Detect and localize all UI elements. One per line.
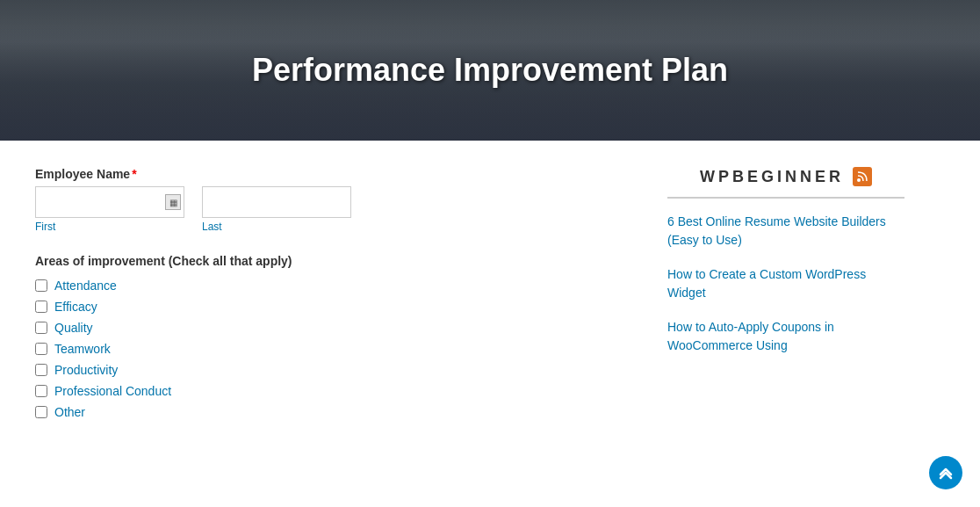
- checkbox-productivity[interactable]: [35, 364, 47, 376]
- page-title: Performance Improvement Plan: [252, 52, 728, 89]
- sidebar: WPBEGINNER 6 Best Online Resume Website …: [667, 167, 904, 426]
- checkbox-item-other: Other: [35, 405, 632, 419]
- form-area: Employee Name* ▦ First Last Areas of imp…: [35, 167, 632, 426]
- checkboxes-container: AttendanceEfficacyQualityTeamworkProduct…: [35, 279, 632, 419]
- last-name-input[interactable]: [202, 186, 351, 218]
- first-name-field: ▦ First: [35, 186, 184, 233]
- name-fields-container: ▦ First Last: [35, 186, 632, 233]
- label-text: Employee Name: [35, 167, 130, 181]
- sidebar-link-link3[interactable]: How to Auto-Apply Coupons in WooCommerce…: [667, 318, 904, 355]
- checkbox-attendance[interactable]: [35, 279, 47, 292]
- areas-label: Areas of improvement (Check all that app…: [35, 254, 632, 268]
- checkbox-teamwork[interactable]: [35, 343, 47, 355]
- hero-banner: Performance Improvement Plan: [0, 0, 980, 141]
- checkbox-other[interactable]: [35, 406, 47, 418]
- scroll-to-top-button[interactable]: [929, 456, 962, 489]
- checkbox-efficacy[interactable]: [35, 301, 47, 313]
- checkbox-quality[interactable]: [35, 322, 47, 334]
- checkbox-item-productivity: Productivity: [35, 363, 632, 377]
- first-name-sub-label: First: [35, 221, 184, 233]
- rss-icon[interactable]: [853, 167, 872, 186]
- sidebar-link-link2[interactable]: How to Create a Custom WordPress Widget: [667, 265, 904, 302]
- checkbox-label-teamwork[interactable]: Teamwork: [54, 342, 111, 356]
- checkbox-label-efficacy[interactable]: Efficacy: [54, 300, 97, 314]
- checkbox-label-other[interactable]: Other: [54, 405, 85, 419]
- checkbox-item-teamwork: Teamwork: [35, 342, 632, 356]
- last-name-field: Last: [202, 186, 351, 233]
- main-content: Employee Name* ▦ First Last Areas of imp…: [0, 141, 980, 453]
- required-star: *: [132, 167, 136, 181]
- sidebar-brand: WPBEGINNER: [700, 168, 844, 186]
- checkbox-professional_conduct[interactable]: [35, 385, 47, 397]
- checkbox-label-attendance[interactable]: Attendance: [54, 279, 117, 293]
- copy-icon: ▦: [165, 194, 181, 210]
- last-name-sub-label: Last: [202, 221, 351, 233]
- employee-name-label: Employee Name*: [35, 167, 632, 181]
- checkbox-label-quality[interactable]: Quality: [54, 321, 93, 335]
- checkbox-item-quality: Quality: [35, 321, 632, 335]
- checkbox-label-professional_conduct[interactable]: Professional Conduct: [54, 384, 171, 398]
- checkbox-item-efficacy: Efficacy: [35, 300, 632, 314]
- sidebar-links-container: 6 Best Online Resume Website Builders (E…: [667, 213, 904, 355]
- checkbox-label-productivity[interactable]: Productivity: [54, 363, 118, 377]
- sidebar-header: WPBEGINNER: [667, 167, 904, 199]
- first-name-input[interactable]: [35, 186, 184, 218]
- checkbox-item-professional_conduct: Professional Conduct: [35, 384, 632, 398]
- first-name-wrapper: ▦: [35, 186, 184, 218]
- svg-point-0: [857, 178, 861, 182]
- sidebar-link-link1[interactable]: 6 Best Online Resume Website Builders (E…: [667, 213, 904, 250]
- checkbox-item-attendance: Attendance: [35, 279, 632, 293]
